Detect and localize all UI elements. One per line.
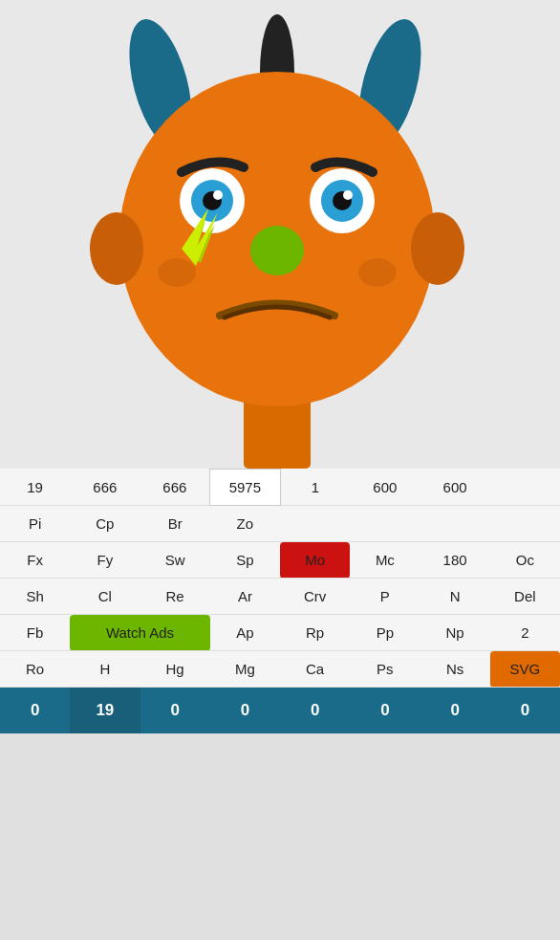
cell-p: P xyxy=(350,579,420,615)
cell-oc: Oc xyxy=(490,542,560,579)
cell-ns: Ns xyxy=(420,651,490,688)
cell-ro: Ro xyxy=(0,651,70,688)
cell-cp: Cp xyxy=(70,506,140,542)
cell-svg[interactable]: SVG xyxy=(490,651,560,688)
cell-mc: Mc xyxy=(350,542,420,579)
bottom-19: 19 xyxy=(70,688,140,734)
svg-point-20 xyxy=(358,258,397,287)
cell-19: 19 xyxy=(0,470,70,506)
cell-pi: Pi xyxy=(0,506,70,542)
bottom-0a: 0 xyxy=(0,688,70,734)
bottom-0c: 0 xyxy=(210,688,280,734)
cell-sh: Sh xyxy=(0,579,70,615)
bottom-0f: 0 xyxy=(420,688,490,734)
cell-ar: Ar xyxy=(210,579,280,615)
cell-2: 2 xyxy=(490,615,560,651)
row-pi: Pi Cp Br Zo xyxy=(0,506,560,542)
cell-sw: Sw xyxy=(140,542,210,579)
cell-zo: Zo xyxy=(210,506,280,542)
svg-point-15 xyxy=(343,190,353,200)
cell-fy: Fy xyxy=(70,542,140,579)
cell-fb: Fb xyxy=(0,615,70,651)
cell-666b: 666 xyxy=(140,470,210,506)
bottom-row: 0 19 0 0 0 0 0 0 xyxy=(0,688,560,734)
score-row: 19 666 666 5975 1 600 600 xyxy=(0,470,560,506)
character-area xyxy=(0,0,560,469)
cell-empty xyxy=(490,470,560,506)
svg-point-7 xyxy=(411,212,464,285)
cell-r2c8 xyxy=(490,506,560,542)
score-display: 5975 xyxy=(210,470,280,506)
cell-hg: Hg xyxy=(140,651,210,688)
cell-del: Del xyxy=(490,579,560,615)
cell-1: 1 xyxy=(280,470,350,506)
cell-h: H xyxy=(70,651,140,688)
cell-600b: 600 xyxy=(420,470,490,506)
row-sh: Sh Cl Re Ar Crv P N Del xyxy=(0,579,560,615)
cell-r2c6 xyxy=(350,506,420,542)
cell-sp: Sp xyxy=(210,542,280,579)
cell-pp: Pp xyxy=(350,615,420,651)
svg-point-14 xyxy=(213,190,223,200)
cell-666a: 666 xyxy=(70,470,140,506)
cell-rp: Rp xyxy=(280,615,350,651)
cell-r2c7 xyxy=(420,506,490,542)
cell-mg: Mg xyxy=(210,651,280,688)
cell-180: 180 xyxy=(420,542,490,579)
cell-cl: Cl xyxy=(70,579,140,615)
row-fb: Fb Watch Ads Ap Rp Pp Np 2 xyxy=(0,615,560,651)
cell-600a: 600 xyxy=(350,470,420,506)
row-ro: Ro H Hg Mg Ca Ps Ns SVG xyxy=(0,651,560,688)
svg-point-6 xyxy=(90,212,143,285)
cell-np: Np xyxy=(420,615,490,651)
grid-area: 19 666 666 5975 1 600 600 Pi Cp Br Zo Fx… xyxy=(0,469,560,734)
cell-r2c5 xyxy=(280,506,350,542)
cell-fx: Fx xyxy=(0,542,70,579)
cell-ca: Ca xyxy=(280,651,350,688)
bottom-0b: 0 xyxy=(140,688,210,734)
bottom-0d: 0 xyxy=(280,688,350,734)
svg-point-16 xyxy=(250,226,304,275)
cell-br: Br xyxy=(140,506,210,542)
cell-crv: Crv xyxy=(280,579,350,615)
cell-ps: Ps xyxy=(350,651,420,688)
game-grid: 19 666 666 5975 1 600 600 Pi Cp Br Zo Fx… xyxy=(0,469,560,734)
watch-ads-button[interactable]: Watch Ads xyxy=(70,615,210,651)
row-fx: Fx Fy Sw Sp Mo Mc 180 Oc xyxy=(0,542,560,579)
cell-n: N xyxy=(420,579,490,615)
cell-mo[interactable]: Mo xyxy=(280,542,350,579)
bottom-0g: 0 xyxy=(490,688,560,734)
cell-ap: Ap xyxy=(210,615,280,651)
bottom-0e: 0 xyxy=(350,688,420,734)
cell-re: Re xyxy=(140,579,210,615)
svg-point-19 xyxy=(158,258,196,287)
